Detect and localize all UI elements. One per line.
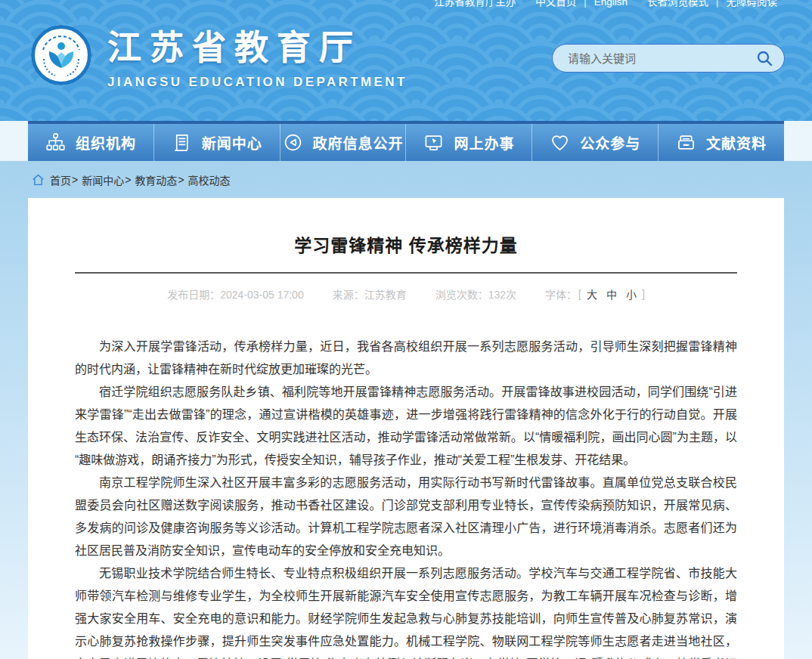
nav-item-label: 组织机构	[76, 132, 136, 153]
news-document-icon	[172, 132, 192, 153]
font-size-control: 字体： [ 大 中 小 ]	[545, 286, 645, 302]
article-title: 学习雷锋精神 传承榜样力量	[75, 231, 737, 257]
bracket-close: ]	[642, 288, 645, 300]
article-paragraph: 南京工程学院师生深入社区开展丰富多彩的志愿服务活动，用实际行动书写新时代雷锋故事…	[75, 472, 737, 562]
article-paragraph: 为深入开展学雷锋活动，传承榜样力量，近日，我省各高校组织开展一系列志愿服务活动，…	[75, 336, 737, 381]
font-size-medium-button[interactable]: 中	[603, 286, 621, 302]
nav-item-organization[interactable]: 组织机构	[28, 124, 154, 161]
nav-item-label: 新闻中心	[202, 132, 262, 153]
article-body: 为深入开展学雷锋活动，传承榜样力量，近日，我省各高校组织开展一系列志愿服务活动，…	[75, 336, 737, 659]
breadcrumb: 首页 > 新闻中心 > 教育动态 > 高校动态	[0, 161, 812, 198]
topbar-link-elder-mode[interactable]: 长者浏览模式	[647, 0, 708, 10]
breadcrumb-news-center[interactable]: 新闻中心	[82, 172, 124, 187]
article-card: 学习雷锋精神 传承榜样力量 发布日期：2024-03-05 17:00 来源：江…	[28, 198, 784, 659]
font-size-small-button[interactable]: 小	[622, 286, 640, 302]
search-button[interactable]	[755, 49, 784, 67]
site-title-english: JIANGSU EDUCATION DEPARTMENT	[107, 75, 408, 90]
breadcrumb-separator: >	[178, 174, 184, 186]
article-source: 来源：江苏教育	[333, 286, 407, 302]
page-body: 首页 > 新闻中心 > 教育动态 > 高校动态 学习雷锋精神 传承榜样力量 发布…	[0, 161, 812, 659]
home-icon	[32, 174, 50, 186]
org-chart-icon	[45, 132, 66, 153]
topbar-separator: |	[584, 0, 587, 10]
online-service-monitor-icon	[423, 132, 444, 153]
breadcrumb-education-news[interactable]: 教育动态	[135, 172, 177, 187]
nav-item-gov-info-disclosure[interactable]: 政府信息公开	[280, 124, 407, 161]
breadcrumb-university-news[interactable]: 高校动态	[188, 172, 231, 187]
site-logo-and-title[interactable]: 江苏省教育厅 JIANGSU EDUCATION DEPARTMENT	[30, 20, 408, 90]
search-icon	[755, 49, 773, 67]
publish-date: 发布日期：2024-03-05 17:00	[167, 286, 304, 302]
nav-item-public-participation[interactable]: 公众参与	[532, 124, 659, 161]
article-meta: 发布日期：2024-03-05 17:00 来源：江苏教育 浏览次数：132次 …	[75, 286, 737, 302]
heart-icon	[550, 132, 570, 153]
topbar-link-english[interactable]: English	[594, 0, 628, 10]
site-header: 江苏省教育厅主办 中文首页 | English 长者浏览模式 | 无障碍阅读	[0, 0, 812, 121]
nav-item-label: 网上办事	[454, 132, 514, 153]
site-title: 江苏省教育厅	[107, 20, 408, 70]
breadcrumb-home[interactable]: 首页	[50, 172, 71, 187]
main-navigation: 组织机构 新闻中心 政府信息公开 网上办事 公众参与 文献资料	[28, 121, 784, 161]
nav-item-online-services[interactable]: 网上办事	[406, 124, 532, 161]
nav-item-label: 文献资料	[706, 132, 767, 153]
topbar: 江苏省教育厅主办 中文首页 | English 长者浏览模式 | 无障碍阅读	[0, 0, 812, 10]
breadcrumb-separator: >	[125, 174, 131, 186]
title-divider	[75, 272, 737, 274]
nav-item-label: 政府信息公开	[313, 132, 404, 153]
topbar-link-host[interactable]: 江苏省教育厅主办	[434, 0, 516, 10]
nav-item-news-center[interactable]: 新闻中心	[154, 124, 280, 161]
info-disclosure-icon	[283, 132, 303, 153]
view-count: 浏览次数：132次	[435, 286, 516, 302]
archive-icon	[676, 132, 696, 153]
nav-item-label: 公众参与	[580, 132, 640, 153]
jiangsu-education-seal-logo-icon	[30, 24, 92, 86]
topbar-link-accessibility[interactable]: 无障碍阅读	[727, 0, 778, 10]
topbar-separator: |	[716, 0, 719, 10]
article-paragraph: 宿迁学院组织志愿服务队赴乡镇、福利院等地开展雷锋精神志愿服务活动。开展雷锋故事进…	[75, 381, 737, 472]
article-paragraph: 无锡职业技术学院结合师生特长、专业特点积极组织开展一系列志愿服务活动。学校汽车与…	[75, 562, 737, 659]
bracket-open: [	[578, 288, 581, 300]
search-box	[552, 44, 785, 73]
font-size-label: 字体：	[545, 286, 577, 302]
breadcrumb-separator: >	[72, 174, 78, 186]
nav-item-documents[interactable]: 文献资料	[659, 124, 784, 161]
font-size-large-button[interactable]: 大	[583, 286, 601, 302]
topbar-link-chinese-home[interactable]: 中文首页	[535, 0, 576, 10]
search-input[interactable]	[553, 52, 755, 65]
